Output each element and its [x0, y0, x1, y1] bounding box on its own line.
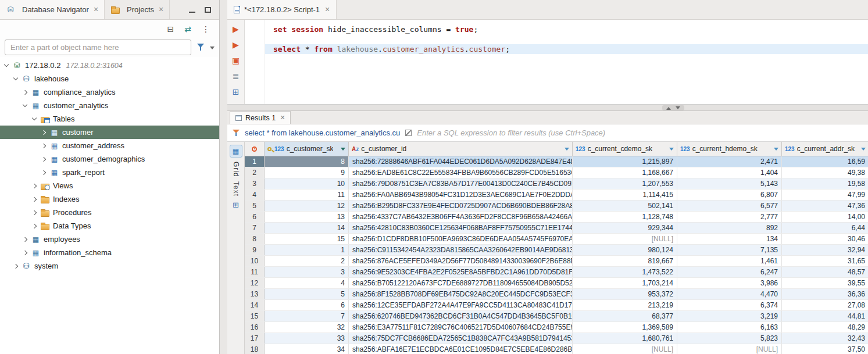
cell-c_current_hdemo_sk[interactable]: 2,777: [677, 212, 782, 222]
row-number[interactable]: 13: [245, 289, 265, 299]
cell-c_current_cdemo_sk[interactable]: 1,473,522: [573, 267, 677, 277]
collapse-node-icon[interactable]: [23, 102, 27, 107]
export-resultset-icon[interactable]: ⊞: [233, 88, 240, 96]
cell-c_customer_sk[interactable]: 4: [265, 278, 349, 288]
row-number[interactable]: 1: [245, 156, 265, 167]
cell-c_current_addr_sk[interactable]: 39,55: [782, 278, 868, 288]
tree-item-system[interactable]: system: [0, 259, 219, 273]
expand-node-icon[interactable]: [41, 156, 46, 161]
cell-c_current_hdemo_sk[interactable]: 6,807: [677, 189, 782, 200]
column-filter-dropdown-icon[interactable]: [565, 148, 569, 153]
close-results-1-icon[interactable]: [280, 113, 285, 122]
cell-c_customer_id[interactable]: sha256:9E52303CE4FBA2E2F0525E8A5BFBD2C1A…: [349, 267, 573, 277]
cell-c_customer_sk[interactable]: 15: [265, 234, 349, 244]
cell-c_current_addr_sk[interactable]: 32,94: [782, 245, 868, 255]
tree-item-Indexes[interactable]: Indexes: [0, 192, 219, 206]
cell-c_current_addr_sk[interactable]: 36,36: [782, 289, 868, 299]
tab-projects[interactable]: Projects: [105, 0, 170, 19]
cell-c_customer_id[interactable]: sha256:79D08751C3EA7C83BA57D177E00413D0C…: [349, 178, 573, 189]
sql-code-area[interactable]: set session hide_inaccessible_columns = …: [245, 20, 868, 104]
cell-c_customer_sk[interactable]: 34: [265, 344, 349, 354]
cell-c_customer_sk[interactable]: 6: [265, 300, 349, 310]
tree-item-Procedures[interactable]: Procedures: [0, 206, 219, 219]
cell-c_current_hdemo_sk[interactable]: 4,470: [677, 289, 782, 299]
tab-database-navigator[interactable]: Database Navigator: [0, 0, 105, 19]
expand-node-icon[interactable]: [23, 90, 27, 94]
row-number[interactable]: 7: [245, 223, 265, 233]
cell-c_customer_id[interactable]: sha256:75DC7FCB6686EDA72565C1B838CA7FC43…: [349, 333, 573, 344]
cell-c_customer_id[interactable]: sha256:42810C83B0360CE125634F068BAF8FF75…: [349, 223, 573, 233]
expand-node-icon[interactable]: [41, 170, 46, 174]
row-number[interactable]: 4: [245, 189, 265, 200]
cell-c_current_addr_sk[interactable]: 37,50: [782, 344, 868, 354]
cell-c_customer_sk[interactable]: 2: [265, 256, 349, 266]
cell-c_current_hdemo_sk[interactable]: [NULL]: [677, 344, 782, 354]
row-number[interactable]: 15: [245, 311, 265, 321]
cell-c_customer_id[interactable]: sha256:876ACE5EFED349A2D56F77D5084891433…: [349, 256, 573, 266]
cell-c_current_cdemo_sk[interactable]: 1,680,761: [573, 333, 677, 344]
tab-text[interactable]: Text: [232, 181, 240, 196]
cell-c_current_cdemo_sk[interactable]: 1,114,415: [573, 189, 677, 200]
cell-c_customer_id[interactable]: sha256:8F1528BB708DF69EB475DC92A8C20EC44…: [349, 289, 573, 299]
tree-item-customer_demographics[interactable]: customer_demographics: [0, 152, 219, 166]
cell-c_customer_id[interactable]: sha256:EAD8E61C8C22E555834FBBA9B60556CB2…: [349, 167, 573, 178]
view-menu-icon[interactable]: ⋮: [202, 25, 210, 33]
row-number[interactable]: 8: [245, 234, 265, 244]
expand-node-icon[interactable]: [41, 143, 46, 148]
cell-c_current_hdemo_sk[interactable]: 5,823: [677, 333, 782, 344]
row-number[interactable]: 9: [245, 245, 265, 255]
cell-c_current_addr_sk[interactable]: 48,57: [782, 267, 868, 277]
tab-results-1[interactable]: Results 1: [230, 111, 291, 124]
cell-c_current_cdemo_sk[interactable]: 1,215,897: [573, 156, 677, 167]
editor-results-splitter[interactable]: [227, 105, 868, 111]
tree-item-Tables[interactable]: Tables: [0, 112, 219, 126]
tree-item-customer_analytics[interactable]: customer_analytics: [0, 99, 219, 112]
row-number[interactable]: 6: [245, 212, 265, 222]
cell-c_current_hdemo_sk[interactable]: 3,986: [677, 278, 782, 288]
search-filter-dropdown-icon[interactable]: [210, 47, 215, 52]
cell-c_current_cdemo_sk[interactable]: 502,141: [573, 201, 677, 211]
cell-c_current_hdemo_sk[interactable]: 6,163: [677, 322, 782, 332]
cell-c_current_hdemo_sk[interactable]: 3,219: [677, 311, 782, 321]
editor-line[interactable]: set session hide_inaccessible_columns = …: [265, 24, 868, 34]
cell-c_customer_sk[interactable]: 33: [265, 333, 349, 344]
cell-c_customer_sk[interactable]: 5: [265, 289, 349, 299]
grid-presentation-icon[interactable]: ▦: [230, 145, 242, 158]
row-number[interactable]: 3: [245, 178, 265, 189]
cell-c_current_cdemo_sk[interactable]: 819,667: [573, 256, 677, 266]
cell-c_customer_sk[interactable]: 11: [265, 189, 349, 200]
cell-c_customer_id[interactable]: sha256:4337C7AB6432E3B06FF4A3636FD2F8CC8…: [349, 212, 573, 222]
tree-item-spark_report[interactable]: spark_report: [0, 166, 219, 179]
close-projects-icon[interactable]: [159, 5, 163, 14]
close-sql-script-icon[interactable]: [325, 5, 330, 14]
cell-c_customer_id[interactable]: sha256:ABFA16E7E1ECBDCA6E01CE1095D84E7C5…: [349, 344, 573, 354]
cell-c_customer_id[interactable]: sha256:D1CDF8DBB10F500EA9693C86DE6DEAA05…: [349, 234, 573, 244]
row-number[interactable]: 12: [245, 278, 265, 288]
cell-c_current_cdemo_sk[interactable]: 953,372: [573, 289, 677, 299]
editor-line[interactable]: [265, 34, 868, 44]
cell-c_customer_sk[interactable]: 10: [265, 178, 349, 189]
cell-c_current_hdemo_sk[interactable]: 6,577: [677, 201, 782, 211]
search-filter-icon[interactable]: [197, 44, 204, 51]
filter-expression-input[interactable]: Enter a SQL expression to filter results…: [417, 128, 863, 137]
cell-c_current_cdemo_sk[interactable]: 1,128,748: [573, 212, 677, 222]
cell-c_customer_id[interactable]: sha256:B705122120A673FC7DE6889727DB11809…: [349, 278, 573, 288]
row-number[interactable]: 16: [245, 322, 265, 332]
cell-c_current_addr_sk[interactable]: 16,59: [782, 156, 868, 167]
cell-c_current_cdemo_sk[interactable]: 213,219: [573, 300, 677, 310]
cell-c_current_cdemo_sk[interactable]: 1,168,667: [573, 167, 677, 178]
splitter-collapse-widget[interactable]: [662, 105, 684, 110]
close-database-navigator-icon[interactable]: [94, 5, 98, 14]
cell-c_current_cdemo_sk[interactable]: 1,703,214: [573, 278, 677, 288]
cell-c_current_hdemo_sk[interactable]: 6,247: [677, 267, 782, 277]
cell-c_customer_sk[interactable]: 3: [265, 267, 349, 277]
select-all-cell[interactable]: [245, 142, 265, 156]
cell-c_customer_sk[interactable]: 14: [265, 223, 349, 233]
cell-c_current_hdemo_sk[interactable]: 6,374: [677, 300, 782, 310]
row-number[interactable]: 10: [245, 256, 265, 266]
cell-c_current_addr_sk[interactable]: 30,46: [782, 234, 868, 244]
cell-c_current_cdemo_sk[interactable]: 68,377: [573, 311, 677, 321]
expand-node-icon[interactable]: [23, 250, 27, 255]
column-header-c_current_hdemo_sk[interactable]: 123c_current_hdemo_sk: [677, 142, 782, 156]
tree-item-compliance_analytics[interactable]: compliance_analytics: [0, 85, 219, 99]
